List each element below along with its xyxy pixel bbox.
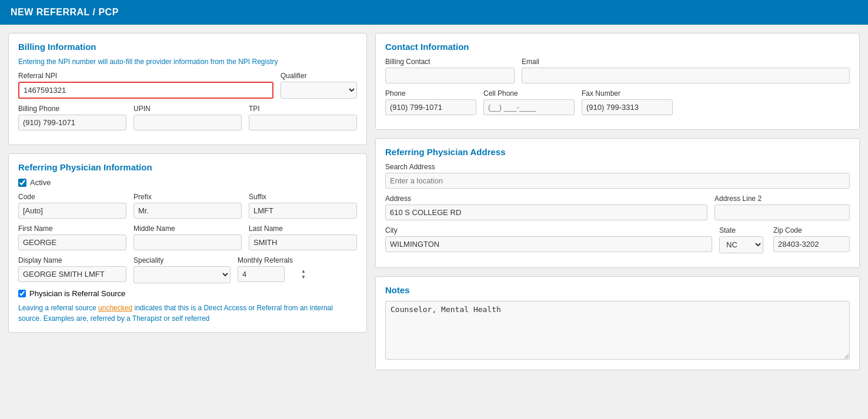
zip-group: Zip Code [773, 226, 850, 253]
city-input[interactable] [385, 236, 712, 252]
firstname-input[interactable] [18, 234, 126, 250]
billing-phone-label: Billing Phone [18, 105, 126, 113]
tpi-input[interactable] [249, 115, 357, 130]
search-address-group: Search Address [385, 163, 850, 189]
middlename-group: Middle Name [133, 224, 242, 250]
middlename-label: Middle Name [133, 224, 242, 233]
zip-input[interactable] [773, 236, 850, 252]
middlename-input[interactable] [133, 234, 242, 250]
city-group: City [385, 226, 712, 253]
cell-phone-group: Cell Phone [483, 89, 575, 115]
city-label: City [385, 226, 712, 234]
email-group: Email [522, 58, 850, 83]
cell-phone-input[interactable] [483, 99, 575, 115]
active-row: Active [18, 178, 357, 187]
upin-label: UPIN [133, 105, 242, 113]
right-column: Contact Information Billing Contact Emai… [375, 33, 860, 370]
upin-group: UPIN [133, 105, 242, 130]
phone-group: Phone [385, 89, 476, 115]
contact-section-title: Contact Information [385, 42, 850, 52]
displayname-input[interactable] [18, 266, 126, 282]
address2-input[interactable] [715, 205, 850, 220]
speciality-select[interactable] [133, 266, 231, 283]
physician-referral-source-label: Physician is Referral Source [29, 289, 125, 298]
state-select[interactable]: ALAKAZARCA COCTDEFLGA HIIDILINIA KSKYLAM… [719, 236, 763, 253]
billing-phone-input[interactable] [18, 115, 126, 130]
search-address-label: Search Address [385, 163, 850, 171]
left-column: Billing Information Entering the NPI num… [8, 33, 367, 370]
state-group: State ALAKAZARCA COCTDEFLGA HIIDILINIA K… [719, 226, 766, 253]
suffix-group: Suffix [249, 193, 357, 219]
referral-source-info: Leaving a referral source unchecked indi… [18, 303, 357, 324]
billing-section-title: Billing Information [18, 42, 357, 52]
prefix-input[interactable] [133, 203, 242, 219]
notes-title: Notes [385, 285, 850, 295]
fax-input[interactable] [582, 99, 673, 115]
firstname-group: First Name [18, 224, 126, 250]
notes-card: Notes Counselor, Mental Health [375, 276, 860, 370]
physician-referral-source-row: Physician is Referral Source [18, 289, 357, 298]
email-label: Email [522, 58, 850, 66]
displayname-label: Display Name [18, 256, 126, 264]
speciality-group: Speciality [133, 256, 231, 283]
qualifier-group: Qualifier Option 1 Option 2 [281, 72, 357, 99]
state-label: State [719, 226, 766, 234]
search-address-input[interactable] [385, 173, 850, 189]
billing-contact-input[interactable] [385, 68, 515, 83]
spinner-down-button[interactable]: ▼ [300, 274, 307, 280]
lastname-label: Last Name [249, 224, 357, 233]
active-label: Active [30, 178, 51, 187]
phone-label: Phone [385, 89, 476, 98]
phone-input[interactable] [385, 99, 476, 115]
unchecked-link[interactable]: unchecked [98, 304, 132, 312]
monthly-referrals-group: Monthly Referrals ▲ ▼ [238, 256, 308, 283]
lastname-input[interactable] [249, 234, 357, 250]
billing-phone-group: Billing Phone [18, 105, 126, 130]
fax-group: Fax Number [582, 89, 673, 115]
address2-label: Address Line 2 [715, 195, 850, 203]
billing-contact-label: Billing Contact [385, 58, 515, 66]
code-group: Code [18, 193, 126, 219]
spinner-buttons: ▲ ▼ [300, 269, 307, 280]
upin-input[interactable] [133, 115, 242, 130]
monthly-referrals-input[interactable] [238, 266, 285, 282]
cell-phone-label: Cell Phone [483, 89, 575, 98]
referral-npi-input[interactable] [18, 82, 273, 99]
billing-information-card: Billing Information Entering the NPI num… [8, 33, 367, 145]
spinner-up-button[interactable]: ▲ [300, 269, 307, 274]
active-checkbox[interactable] [18, 179, 26, 187]
suffix-label: Suffix [249, 193, 357, 201]
page-header: NEW REFERRAL / PCP [0, 0, 868, 25]
lastname-group: Last Name [249, 224, 357, 250]
billing-hint: Entering the NPI number will auto-fill t… [18, 58, 357, 66]
suffix-input[interactable] [249, 203, 357, 219]
notes-textarea[interactable]: Counselor, Mental Health [385, 301, 850, 360]
referral-npi-group: Referral NPI [18, 72, 273, 99]
speciality-label: Speciality [133, 256, 231, 264]
referring-address-card: Referring Physician Address Search Addre… [375, 138, 860, 268]
code-input[interactable] [18, 203, 126, 219]
displayname-group: Display Name [18, 256, 126, 283]
email-input[interactable] [522, 68, 850, 83]
qualifier-select[interactable]: Option 1 Option 2 [281, 82, 357, 99]
fax-label: Fax Number [582, 89, 673, 98]
physician-referral-source-checkbox[interactable] [18, 290, 26, 297]
referring-physician-title: Referring Physician Information [18, 162, 357, 172]
referral-npi-label: Referral NPI [18, 72, 273, 80]
referring-address-title: Referring Physician Address [385, 147, 850, 157]
address-input[interactable] [385, 205, 707, 220]
monthly-referrals-wrap: ▲ ▼ [238, 266, 308, 282]
monthly-referrals-label: Monthly Referrals [238, 256, 308, 264]
referring-physician-card: Referring Physician Information Active C… [8, 153, 367, 333]
billing-contact-group: Billing Contact [385, 58, 515, 83]
prefix-group: Prefix [133, 193, 242, 219]
address2-group: Address Line 2 [715, 195, 850, 220]
prefix-label: Prefix [133, 193, 242, 201]
tpi-group: TPI [249, 105, 357, 130]
zip-label: Zip Code [773, 226, 850, 234]
code-label: Code [18, 193, 126, 201]
firstname-label: First Name [18, 224, 126, 233]
page-title: NEW REFERRAL / PCP [11, 7, 119, 17]
tpi-label: TPI [249, 105, 357, 113]
info-text-prefix: Leaving a referral source [18, 304, 98, 312]
